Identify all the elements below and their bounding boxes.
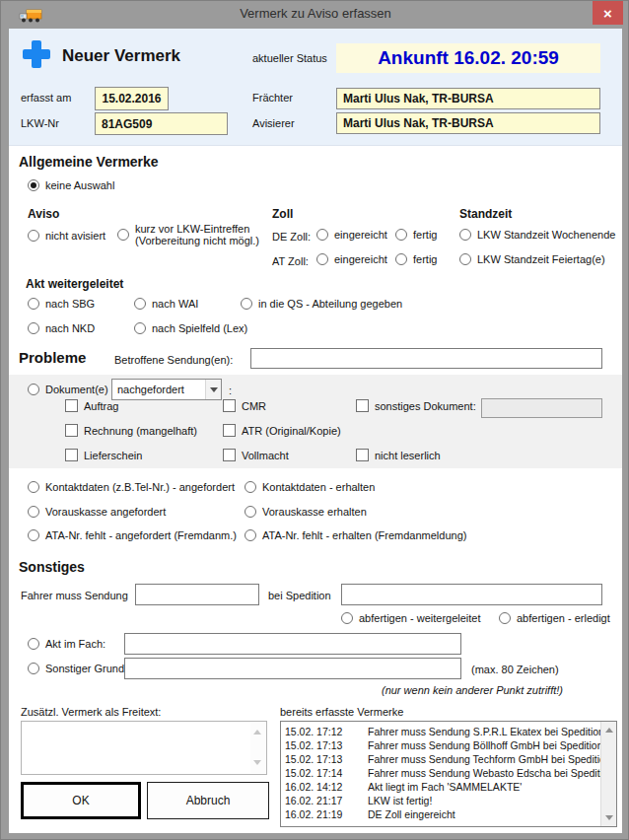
radio-icon [28,529,39,541]
list-item[interactable]: 15.02. 17:14 Fahrer muss Sendung Webasto… [285,766,600,780]
spedition-input[interactable] [341,584,602,605]
radio-standzeit-feiertag[interactable]: LKW Standzeit Feiertag(e) [459,253,605,265]
erfasst-am-field[interactable]: 15.02.2016 [95,87,169,110]
checkbox-icon [65,399,78,412]
chevron-down-icon[interactable] [205,380,221,399]
radio-de-zoll-eingereicht[interactable]: eingereicht [316,229,387,241]
fraechter-field[interactable]: Marti Ulus Nak, TR-BURSA [336,88,600,109]
radio-kurz-vor-lkw-eintreffen[interactable]: kurz vor LKW-Eintreffen (Vorbereitung ni… [117,223,259,246]
avisierer-field[interactable]: Marti Ulus Nak, TR-BURSA [336,112,600,134]
close-button[interactable]: × [593,1,623,25]
avisierer-label: Avisierer [252,117,295,129]
list-item[interactable]: 15.02. 17:13 Fahrer muss Sendung Techfor… [285,752,600,766]
betroffene-sendungen-input[interactable] [250,348,602,369]
status-label: aktueller Status [252,52,327,64]
ok-button[interactable]: OK [21,782,141,819]
scroll-down-icon[interactable] [605,815,613,820]
fraechter-label: Frächter [252,92,293,104]
fahrer-sendung-input[interactable] [135,584,259,605]
scroll-up-icon[interactable] [605,728,613,733]
radio-icon [245,529,256,541]
plus-icon [23,40,50,68]
radio-icon [28,230,39,242]
fahrer-muss-sendung-label: Fahrer muss Sendung [21,590,128,601]
radio-kontaktdaten-angefordert[interactable]: Kontaktdaten (z.B.Tel-Nr.) - angefordert [28,481,235,493]
standzeit-heading: Standzeit [459,207,512,221]
akt-im-fach-input[interactable] [124,633,461,655]
radio-nach-spielfeld[interactable]: nach Spielfeld (Lex) [134,322,247,334]
sonstiger-grund-input[interactable] [124,658,461,679]
checkbox-icon [356,399,369,412]
zoll-heading: Zoll [272,207,293,221]
radio-de-zoll-fertig[interactable]: fertig [395,229,437,241]
sonstiges-dokument-input[interactable] [481,398,602,418]
lkw-nr-field[interactable]: 81AG509 [95,112,228,135]
de-zoll-label: DE Zoll: [272,231,311,243]
status-value: Ankunft 16.02. 20:59 [336,43,600,73]
page-title: Neuer Vermerk [62,46,180,66]
radio-abfertigen-weitergeleitet[interactable]: abfertigen - weitergeleitet [341,612,481,624]
checkbox-lieferschein[interactable]: Lieferschein [65,449,142,461]
radio-ata-angefordert[interactable]: ATA-Nr. fehlt - angefordert (Fremdanm.) [28,529,237,541]
checkbox-auftrag[interactable]: Auftrag [65,399,118,412]
radio-dokumente[interactable]: Dokument(e) [28,384,108,395]
list-item[interactable]: 16.02. 21:17 LKW ist fertig! [285,794,600,807]
checkbox-icon [65,424,78,437]
checkbox-rechnung[interactable]: Rechnung (mangelhaft) [65,424,197,437]
scroll-down-icon[interactable] [253,760,261,765]
at-zoll-label: AT Zoll: [272,255,309,267]
checkbox-icon [223,399,236,412]
radio-standzeit-wochenende[interactable]: LKW Standzeit Wochenende [459,229,615,241]
checkbox-nicht-leserlich[interactable]: nicht leserlich [356,449,441,461]
list-item[interactable]: 16.02. 21:19 DE Zoll eingereicht [285,807,600,821]
radio-sonstiger-grund[interactable]: Sonstiger Grund: [28,663,127,674]
radio-akt-im-fach[interactable]: Akt im Fach: [28,638,105,650]
radio-nach-wai[interactable]: nach WAI [134,298,198,310]
dokumente-dropdown[interactable]: nachgefordert [111,379,222,400]
radio-keine-auswahl[interactable]: keine Auswahl [28,179,114,191]
radio-qs-abteilung[interactable]: in die QS - Abteilung gegeben [241,298,402,310]
freitext-textarea[interactable] [21,721,267,775]
list-scrollbar[interactable] [600,722,616,826]
abbruch-button[interactable]: Abbruch [147,782,269,819]
list-item[interactable]: 16.02. 14:12 Akt liegt im Fach 'SAMMELAK… [285,780,600,794]
title-bar[interactable]: Vermerk zu Aviso erfassen × [1,1,629,29]
radio-vorauskasse-angefordert[interactable]: Vorauskasse angefordert [28,506,166,518]
checkbox-vollmacht[interactable]: Vollmacht [223,449,289,461]
radio-nicht-avisiert[interactable]: nicht avisiert [28,230,105,242]
checkbox-icon [65,449,78,461]
max-zeichen-label: (max. 80 Zeichen) [471,664,559,675]
scroll-up-icon[interactable] [253,730,261,735]
radio-icon [459,253,471,265]
checkbox-cmr[interactable]: CMR [223,399,266,412]
radio-at-zoll-eingereicht[interactable]: eingereicht [316,253,387,265]
radio-nach-nkd[interactable]: nach NKD [28,322,95,334]
betroffene-sendungen-label: Betroffene Sendung(en): [114,354,233,366]
erfasste-vermerke-list[interactable]: 15.02. 17:12 Fahrer muss Sendung S.P.R.L… [280,721,617,827]
checkbox-sonstiges-dokument[interactable]: sonstiges Dokument: [356,399,476,412]
radio-icon [28,384,39,395]
textarea-scrollbar[interactable] [250,723,265,773]
radio-vorauskasse-erhalten[interactable]: Vorauskasse erhalten [245,506,367,518]
radio-selected-icon [28,179,39,191]
radio-icon [28,298,39,310]
radio-ata-erhalten[interactable]: ATA-Nr. fehlt - erhalten (Fremdanmeldung… [245,529,466,541]
radio-nach-sbg[interactable]: nach SBG [28,298,95,310]
sonstiges-heading: Sonstiges [19,559,85,575]
list-item[interactable]: 15.02. 17:12 Fahrer muss Sendung S.P.R.L… [285,725,600,738]
list-item[interactable]: 15.02. 17:13 Fahrer muss Sendung Böllhof… [285,738,600,752]
erfasste-vermerke-label: bereits erfasste Vermerke [280,706,403,718]
checkbox-icon [223,449,236,461]
radio-icon [134,298,146,310]
freitext-label: Zusätzl. Vermerk als Freitext: [21,706,161,718]
radio-abfertigen-erledigt[interactable]: abfertigen - erledigt [499,612,610,624]
checkbox-atr[interactable]: ATR (Original/Kopie) [223,424,341,437]
radio-kontaktdaten-erhalten[interactable]: Kontaktdaten - erhalten [245,481,375,493]
radio-icon [459,229,471,241]
radio-icon [245,506,256,518]
radio-icon [28,322,39,334]
allgemeine-vermerke-heading: Allgemeine Vermerke [19,154,159,170]
checkbox-icon [223,424,236,437]
radio-icon [28,663,39,674]
radio-at-zoll-fertig[interactable]: fertig [395,253,437,265]
